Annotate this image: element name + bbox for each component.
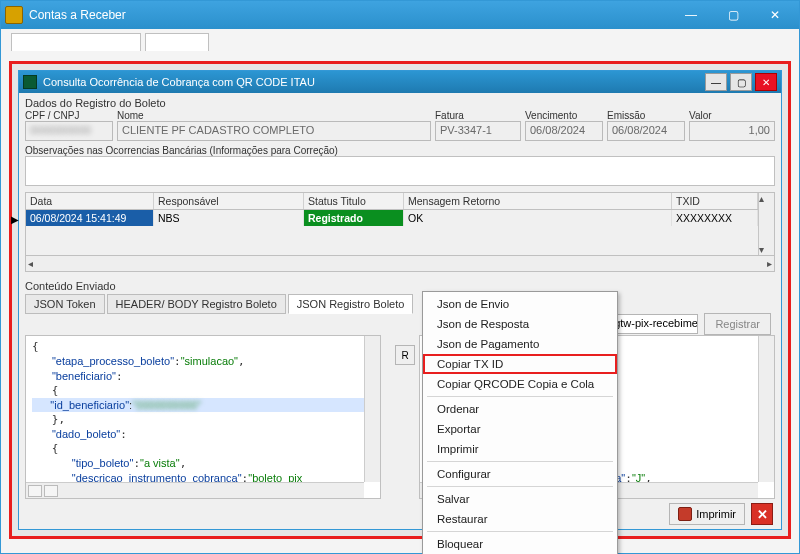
- grid-hscrollbar[interactable]: ◂▸: [25, 256, 775, 272]
- menu-bloquear[interactable]: Bloquear: [423, 534, 617, 554]
- left-hscrollbar[interactable]: [26, 482, 364, 498]
- fatura-label: Fatura: [435, 110, 521, 121]
- cell-msg: OK: [404, 210, 672, 226]
- menu-copiar-qrcode[interactable]: Copiar QRCODE Copia e Cola: [423, 374, 617, 394]
- grid[interactable]: Data Responsável Status Titulo Mensagem …: [25, 192, 775, 256]
- left-vscrollbar[interactable]: [364, 336, 380, 482]
- inner-maximize-button[interactable]: ▢: [730, 73, 752, 91]
- menu-separator: [427, 486, 613, 487]
- emissao-label: Emissão: [607, 110, 685, 121]
- col-mensagem[interactable]: Mensagem Retorno: [404, 193, 672, 209]
- close-button[interactable]: ✕: [755, 5, 795, 25]
- col-data[interactable]: Data: [26, 193, 154, 209]
- json-tabs: JSON Token HEADER/ BODY Registro Boleto …: [25, 294, 775, 314]
- cpf-label: CPF / CNPJ: [25, 110, 113, 121]
- valor-input[interactable]: 1,00: [689, 121, 775, 141]
- menu-separator: [427, 531, 613, 532]
- cpf-input[interactable]: 0000000000: [25, 121, 113, 141]
- footer-close-button[interactable]: ✕: [751, 503, 773, 525]
- outer-tab-1[interactable]: [11, 33, 141, 51]
- inner-minimize-button[interactable]: —: [705, 73, 727, 91]
- tab-header-body[interactable]: HEADER/ BODY Registro Boleto: [107, 294, 286, 314]
- highlight-frame: Consulta Ocorrência de Cobrança com QR C…: [9, 61, 791, 539]
- menu-configurar[interactable]: Configurar: [423, 464, 617, 484]
- menu-salvar[interactable]: Salvar: [423, 489, 617, 509]
- menu-ordenar[interactable]: Ordenar: [423, 399, 617, 419]
- app-icon: [5, 6, 23, 24]
- menu-copiar-txid[interactable]: Copiar TX ID: [423, 354, 617, 374]
- tab-json-token[interactable]: JSON Token: [25, 294, 105, 314]
- outer-titlebar[interactable]: Contas a Receber — ▢ ✕: [1, 1, 799, 29]
- menu-separator: [427, 461, 613, 462]
- valor-label: Valor: [689, 110, 775, 121]
- cell-status: Registrado: [304, 210, 404, 226]
- row-indicator-icon: ▶: [11, 214, 19, 225]
- col-txid[interactable]: TXID: [672, 193, 758, 209]
- col-responsavel[interactable]: Responsável: [154, 193, 304, 209]
- cell-data: 06/08/2024 15:41:49: [26, 210, 154, 226]
- observ-box[interactable]: [25, 156, 775, 186]
- content-sent-label: Conteúdo Enviado: [25, 280, 775, 292]
- inner-titlebar[interactable]: Consulta Ocorrência de Cobrança com QR C…: [19, 71, 781, 93]
- menu-exportar[interactable]: Exportar: [423, 419, 617, 439]
- registrar-button[interactable]: Registrar: [704, 313, 771, 335]
- inner-title: Consulta Ocorrência de Cobrança com QR C…: [43, 76, 315, 88]
- print-button[interactable]: Imprimir: [669, 503, 745, 525]
- venc-input[interactable]: 06/08/2024: [525, 121, 603, 141]
- inner-close-button[interactable]: ✕: [755, 73, 777, 91]
- outer-tab-2[interactable]: [145, 33, 209, 51]
- menu-restaurar[interactable]: Restaurar: [423, 509, 617, 529]
- cell-txid: XXXXXXXX: [672, 210, 758, 226]
- fatura-input[interactable]: PV-3347-1: [435, 121, 521, 141]
- register-group-label: Dados do Registro do Boleto: [25, 97, 775, 109]
- outer-title: Contas a Receber: [29, 8, 126, 22]
- print-label: Imprimir: [696, 508, 736, 520]
- menu-separator: [427, 396, 613, 397]
- right-vscrollbar[interactable]: [758, 336, 774, 482]
- col-status[interactable]: Status Titulo: [304, 193, 404, 209]
- emissao-input[interactable]: 06/08/2024: [607, 121, 685, 141]
- nome-input[interactable]: CLIENTE PF CADASTRO COMPLETO: [117, 121, 431, 141]
- grid-vscrollbar[interactable]: ▴▾: [758, 193, 774, 255]
- tab-json-registro[interactable]: JSON Registro Boleto: [288, 294, 414, 314]
- pdf-icon: [678, 507, 692, 521]
- venc-label: Vencimento: [525, 110, 603, 121]
- observ-label: Observações nas Ocorrencias Bancárias (I…: [25, 145, 775, 156]
- menu-imprimir[interactable]: Imprimir: [423, 439, 617, 459]
- menu-json-pagamento[interactable]: Json de Pagamento: [423, 334, 617, 354]
- minimize-button[interactable]: —: [671, 5, 711, 25]
- outer-tabs: [11, 33, 789, 51]
- json-left-pane[interactable]: { "etapa_processo_boleto":"simulacao", "…: [25, 335, 381, 499]
- cell-resp: NBS: [154, 210, 304, 226]
- maximize-button[interactable]: ▢: [713, 5, 753, 25]
- menu-json-resposta[interactable]: Json de Resposta: [423, 314, 617, 334]
- nome-label: Nome: [117, 110, 431, 121]
- table-row[interactable]: 06/08/2024 15:41:49 NBS Registrado OK XX…: [26, 210, 758, 226]
- context-menu: Json de Envio Json de Resposta Json de P…: [422, 291, 618, 554]
- dialog-icon: [23, 75, 37, 89]
- menu-json-envio[interactable]: Json de Envio: [423, 294, 617, 314]
